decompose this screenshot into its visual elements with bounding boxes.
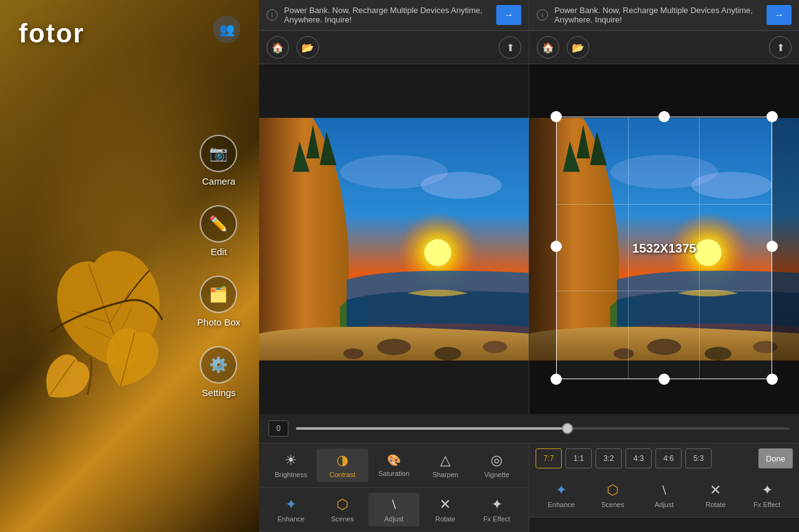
app-logo: fotor xyxy=(19,19,85,49)
rotate-icon-left: ✕ xyxy=(439,496,451,513)
svg-point-9 xyxy=(424,239,451,266)
ratio-btn-4-3[interactable]: 4:3 xyxy=(625,448,652,468)
saturation-icon: 🎨 xyxy=(387,453,401,467)
fxeffect-icon-left: ✦ xyxy=(491,496,502,513)
ad-info-icon-right: i xyxy=(537,9,548,21)
tool-contrast[interactable]: ◑ Contrast xyxy=(316,448,368,482)
tool-scenes-right[interactable]: ⬡ Scenes xyxy=(587,478,638,512)
bottom-area: 0 ☀ Brightness ◑ Contrast xyxy=(259,414,799,532)
contrast-label: Contrast xyxy=(330,471,356,478)
adjust-label-right: Adjust xyxy=(655,501,674,508)
settings-icon: ⚙️ xyxy=(200,346,237,384)
photobox-label: Photo Box xyxy=(197,317,240,327)
tools-row-2-left: ✦ Enhance ⬡ Scenes ⧵ Adjust ✕ Rotate xyxy=(259,488,529,532)
slider-thumb[interactable] xyxy=(562,423,573,434)
tool-vignette[interactable]: ◎ Vignette xyxy=(471,448,522,482)
enhance-icon-left: ✦ xyxy=(285,496,297,513)
scenes-label-left: Scenes xyxy=(331,515,354,523)
tool-adjust-left[interactable]: ⧵ Adjust xyxy=(368,493,419,526)
home-icon-left[interactable]: 🏠 xyxy=(267,36,289,59)
tool-enhance-left[interactable]: ✦ Enhance xyxy=(265,493,316,526)
slider-value-box: 0 xyxy=(268,420,288,437)
bottom-tools-container: ☀ Brightness ◑ Contrast 🎨 Saturation △ S… xyxy=(259,443,799,532)
main-area: i Power Bank. Now, Recharge Multiple Dev… xyxy=(259,0,799,532)
camera-label: Camera xyxy=(202,176,235,186)
open-icon-right[interactable]: 📂 xyxy=(567,36,589,59)
adjust-icon-right: ⧵ xyxy=(662,482,667,498)
panel-right: 🏠 📂 ⬆ xyxy=(529,31,799,414)
home-icon-right[interactable]: 🏠 xyxy=(537,36,559,59)
tool-saturation[interactable]: 🎨 Saturation xyxy=(368,450,419,481)
svg-point-24 xyxy=(614,348,634,359)
ad-info-icon-left: i xyxy=(267,9,278,21)
panels-row: 🏠 📂 ⬆ xyxy=(259,31,799,414)
sidebar-item-camera[interactable]: 📷 Camera xyxy=(200,135,237,186)
slider-row: 0 xyxy=(259,414,799,443)
svg-point-11 xyxy=(340,155,448,189)
ad-banner-left: i Power Bank. Now, Recharge Multiple Dev… xyxy=(259,0,529,31)
panel-left: 🏠 📂 ⬆ xyxy=(259,31,529,414)
scenes-icon-right: ⬡ xyxy=(607,482,619,498)
tool-fxeffect-right[interactable]: ✦ Fx Effect xyxy=(742,478,793,512)
sidebar-item-edit[interactable]: ✏️ Edit xyxy=(200,205,237,257)
tool-brightness[interactable]: ☀ Brightness xyxy=(265,448,316,482)
tools-row-1-left: ☀ Brightness ◑ Contrast 🎨 Saturation △ S… xyxy=(259,443,529,488)
ratio-btn-5-3[interactable]: 5:3 xyxy=(685,448,712,468)
tool-adjust-right[interactable]: ⧵ Adjust xyxy=(639,478,690,512)
slider-track[interactable] xyxy=(296,427,790,430)
enhance-icon-right: ✦ xyxy=(556,482,567,498)
vignette-icon: ◎ xyxy=(491,452,502,468)
svg-point-13 xyxy=(434,347,461,360)
scenes-icon-left: ⬡ xyxy=(336,496,348,513)
sidebar-item-settings[interactable]: ⚙️ Settings xyxy=(200,346,237,398)
ratio-btn-3-2[interactable]: 3:2 xyxy=(596,448,622,468)
ratio-btn-1-1[interactable]: 1:1 xyxy=(566,448,592,468)
tool-sharpen[interactable]: △ Sharpen xyxy=(419,448,471,482)
ratio-row: 7:7 1:1 3:2 4:3 4:6 5:3 Done xyxy=(529,443,799,473)
rotate-label-right: Rotate xyxy=(705,501,725,508)
scenes-label-right: Scenes xyxy=(601,501,624,508)
bottom-tools-left: ☀ Brightness ◑ Contrast 🎨 Saturation △ S… xyxy=(259,443,529,532)
ratio-btn-7-7[interactable]: 7:7 xyxy=(536,448,562,468)
user-icon[interactable]: 👥 xyxy=(213,16,240,43)
photobox-icon: 🗂️ xyxy=(200,276,237,313)
brightness-label: Brightness xyxy=(275,471,307,478)
share-icon-right[interactable]: ⬆ xyxy=(769,36,792,59)
share-icon-left[interactable]: ⬆ xyxy=(499,36,521,59)
enhance-label-right: Enhance xyxy=(547,501,574,508)
ad-text-right: Power Bank. Now, Recharge Multiple Devic… xyxy=(554,6,760,24)
ad-arrow-button-left[interactable]: → xyxy=(496,5,521,25)
tool-enhance-right[interactable]: ✦ Enhance xyxy=(536,478,587,512)
panel-right-toolbar: 🏠 📂 ⬆ xyxy=(529,31,799,64)
settings-label: Settings xyxy=(202,387,235,398)
adjust-icon-left: ⧵ xyxy=(391,496,396,513)
sidebar-navigation: 📷 Camera ✏️ Edit 🗂️ Photo Box ⚙️ Setting… xyxy=(197,135,240,398)
vignette-label: Vignette xyxy=(484,471,509,478)
svg-point-21 xyxy=(647,339,681,355)
svg-point-23 xyxy=(753,341,778,353)
sidebar: fotor 👥 📷 Camera ✏️ Edit 🗂️ Photo Box ⚙️… xyxy=(0,0,259,532)
ad-text-left: Power Bank. Now, Recharge Multiple Devic… xyxy=(284,6,490,24)
rotate-label-left: Rotate xyxy=(435,515,455,523)
edit-label: Edit xyxy=(210,246,227,257)
open-icon-left[interactable]: 📂 xyxy=(297,36,319,59)
photo-canvas-left xyxy=(259,64,529,414)
tool-rotate-right[interactable]: ✕ Rotate xyxy=(690,478,741,512)
tools-row-2-right: ✦ Enhance ⬡ Scenes ⧵ Adjust ✕ Rotate xyxy=(529,473,799,518)
sharpen-icon: △ xyxy=(440,452,451,468)
svg-point-12 xyxy=(377,339,411,355)
tool-scenes-left[interactable]: ⬡ Scenes xyxy=(316,493,368,526)
beach-scene-right xyxy=(529,64,799,414)
ad-arrow-button-right[interactable]: → xyxy=(767,5,792,25)
fxeffect-label-left: Fx Effect xyxy=(483,515,510,523)
ad-banners-row: i Power Bank. Now, Recharge Multiple Dev… xyxy=(259,0,799,31)
sidebar-item-photobox[interactable]: 🗂️ Photo Box xyxy=(197,276,240,327)
done-button[interactable]: Done xyxy=(758,448,793,468)
svg-point-22 xyxy=(705,347,732,360)
ratio-btn-4-6[interactable]: 4:6 xyxy=(655,448,682,468)
svg-point-18 xyxy=(695,239,722,266)
photo-canvas-right[interactable]: 1532X1375 xyxy=(529,64,799,414)
camera-icon: 📷 xyxy=(200,135,237,172)
tool-rotate-left[interactable]: ✕ Rotate xyxy=(419,493,471,526)
tool-fxeffect-left[interactable]: ✦ Fx Effect xyxy=(471,493,522,526)
